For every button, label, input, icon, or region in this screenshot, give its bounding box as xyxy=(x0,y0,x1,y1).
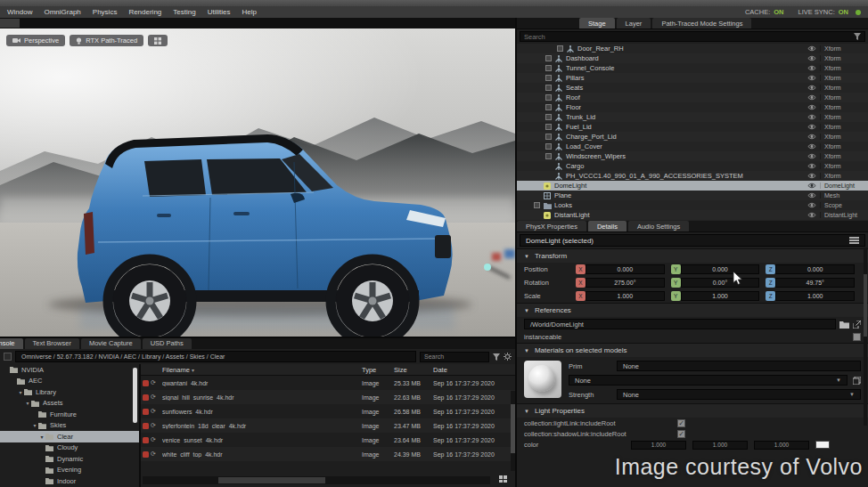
rotation-z-field[interactable]: 49.75° xyxy=(775,278,855,288)
tab-layer[interactable]: Layer xyxy=(617,18,651,28)
stage-row-roof[interactable]: RoofXform xyxy=(517,93,868,102)
file-row[interactable]: ⟳syferfontein_18d_clear_4k.hdrImage23.47… xyxy=(141,418,515,433)
viewport-options-button[interactable] xyxy=(148,35,168,46)
tree-item-dynamic[interactable]: Dynamic xyxy=(0,453,139,465)
tree-item-furniture[interactable]: Furniture xyxy=(0,409,139,420)
filter-funnel-icon[interactable] xyxy=(854,33,861,40)
rotation-y-field[interactable]: 0.00° xyxy=(681,278,760,288)
file-row[interactable]: ⟳signal_hill_sunrise_4k.hdrImage22.63 MB… xyxy=(141,390,515,404)
chevron-icon[interactable]: ▾ xyxy=(38,434,45,440)
tree-item-clear[interactable]: ▾Clear xyxy=(0,431,139,442)
stage-row-charge_port_lid[interactable]: Charge_Port_LidXform xyxy=(517,132,868,142)
stage-row-plane[interactable]: PlaneMesh xyxy=(517,191,868,200)
eye-icon[interactable] xyxy=(807,104,816,110)
viewport-3d[interactable] xyxy=(0,28,515,337)
tab-details[interactable]: Details xyxy=(588,221,626,231)
tab-console[interactable]: Console xyxy=(0,338,23,349)
prim-value-field[interactable]: None xyxy=(617,361,861,371)
color-r-field[interactable]: 1.000 xyxy=(631,441,686,450)
menu-omnigraph[interactable]: OmniGraph xyxy=(44,8,80,16)
chevron-icon[interactable]: ▾ xyxy=(31,422,38,428)
eye-icon[interactable] xyxy=(807,55,816,61)
eye-icon[interactable] xyxy=(807,134,816,140)
tree-item-library[interactable]: ▾Library xyxy=(0,386,139,398)
eye-icon[interactable] xyxy=(807,212,816,218)
menu-rendering[interactable]: Rendering xyxy=(128,8,161,16)
color-g-field[interactable]: 1.000 xyxy=(692,441,748,450)
eye-icon[interactable] xyxy=(807,75,816,81)
stage-row-dashboard[interactable]: DashboardXform xyxy=(517,53,868,63)
stage-row-seats[interactable]: SeatsXform xyxy=(517,83,868,93)
stage-row-looks[interactable]: LooksScope xyxy=(517,200,868,210)
file-row[interactable]: ⟳qwantani_4k.hdrImage25.33 MBSep 16 17:3… xyxy=(141,376,515,390)
menu-testing[interactable]: Testing xyxy=(173,8,195,16)
expand-toggle-icon[interactable] xyxy=(545,104,552,110)
expand-toggle-icon[interactable] xyxy=(545,124,552,130)
stage-row-load_cover[interactable]: Load_CoverXform xyxy=(517,142,868,151)
stage-row-door_rear_rh[interactable]: Door_Rear_RHXform xyxy=(517,44,868,53)
folder-browse-icon[interactable] xyxy=(839,321,849,329)
tab-audio-settings[interactable]: Audio Settings xyxy=(628,221,689,231)
transform-section-header[interactable]: ▼ Transform xyxy=(517,248,868,263)
properties-scrollbar[interactable] xyxy=(864,248,867,426)
tree-item-indoor[interactable]: Indoor xyxy=(0,475,139,487)
chevron-icon[interactable]: ▾ xyxy=(17,389,24,395)
stage-row-floor[interactable]: FloorXform xyxy=(517,102,868,112)
menu-physics[interactable]: Physics xyxy=(93,8,118,16)
property-menu-icon[interactable] xyxy=(849,236,859,246)
gear-icon[interactable] xyxy=(504,353,512,361)
eye-icon[interactable] xyxy=(807,114,816,120)
expand-toggle-icon[interactable] xyxy=(545,114,552,120)
eye-icon[interactable] xyxy=(807,153,816,159)
rotation-x-field[interactable]: 275.00° xyxy=(585,278,665,288)
chevron-icon[interactable]: ▾ xyxy=(24,400,31,406)
light-link-checkbox[interactable] xyxy=(677,419,685,427)
strength-dropdown[interactable]: None▼ xyxy=(617,389,861,400)
expand-toggle-icon[interactable] xyxy=(545,75,552,81)
tab-text-browser[interactable]: Text Browser xyxy=(25,338,79,349)
tree-item-cloudy[interactable]: Cloudy xyxy=(0,442,139,454)
expand-toggle-icon[interactable] xyxy=(545,134,552,140)
instanceable-checkbox[interactable] xyxy=(853,333,861,341)
eye-icon[interactable] xyxy=(807,124,816,130)
horizontal-scrollbar[interactable] xyxy=(143,476,490,484)
expand-toggle-icon[interactable] xyxy=(545,55,552,61)
viewport-tab-stub[interactable] xyxy=(0,19,20,28)
eye-icon[interactable] xyxy=(807,65,816,71)
position-y-field[interactable]: 0.000 xyxy=(681,264,760,274)
file-row[interactable]: ⟳venice_sunset_4k.hdrImage23.64 MBSep 16… xyxy=(141,433,515,447)
menu-help[interactable]: Help xyxy=(242,8,256,16)
tree-item-aec[interactable]: AEC xyxy=(0,376,139,387)
expand-toggle-icon[interactable] xyxy=(545,65,552,71)
render-mode-button[interactable]: RTX Path-Traced xyxy=(70,35,143,46)
stage-row-distantlight[interactable]: DistantLightDistantLight xyxy=(517,210,868,220)
position-z-field[interactable]: 0.000 xyxy=(775,264,855,274)
tab-usd-paths[interactable]: USD Paths xyxy=(143,338,192,349)
breadcrumb[interactable]: Omniverse / 52.67.73.182 / NVIDIA / AEC … xyxy=(15,351,416,362)
tab-stage[interactable]: Stage xyxy=(579,18,615,28)
browser-search-field[interactable]: Search xyxy=(420,352,489,362)
stage-row-windscreen_wipers[interactable]: Windscreen_WipersXform xyxy=(517,151,868,161)
tree-scrollbar[interactable] xyxy=(133,368,137,423)
scale-z-field[interactable]: 1.000 xyxy=(775,291,855,301)
eye-icon[interactable] xyxy=(807,143,816,150)
scale-x-field[interactable]: 1.000 xyxy=(585,291,665,301)
eye-icon[interactable] xyxy=(807,85,816,91)
column-type[interactable]: Type xyxy=(362,366,394,374)
path-options-checkbox[interactable] xyxy=(4,353,12,361)
menu-utilities[interactable]: Utilities xyxy=(208,8,231,16)
thumbnail-view-icon[interactable] xyxy=(499,475,507,483)
material-preview-thumbnail[interactable] xyxy=(524,361,561,398)
filter-funnel-icon[interactable] xyxy=(493,353,500,361)
stage-row-fuel_lid[interactable]: Fuel_LidXform xyxy=(517,122,868,132)
external-link-icon[interactable] xyxy=(853,321,861,329)
eye-icon[interactable] xyxy=(807,192,816,199)
stage-search-input[interactable] xyxy=(524,33,854,41)
reference-path-field[interactable]: /World/DomeLight xyxy=(524,319,836,329)
column-filename[interactable]: Filename ▾ xyxy=(141,366,362,374)
tree-item-evening[interactable]: Evening xyxy=(0,465,139,476)
position-x-field[interactable]: 0.000 xyxy=(585,264,665,274)
expand-toggle-icon[interactable] xyxy=(545,153,552,159)
references-section-header[interactable]: ▼ References xyxy=(517,303,868,317)
tree-item-skies[interactable]: ▾Skies xyxy=(0,420,139,432)
